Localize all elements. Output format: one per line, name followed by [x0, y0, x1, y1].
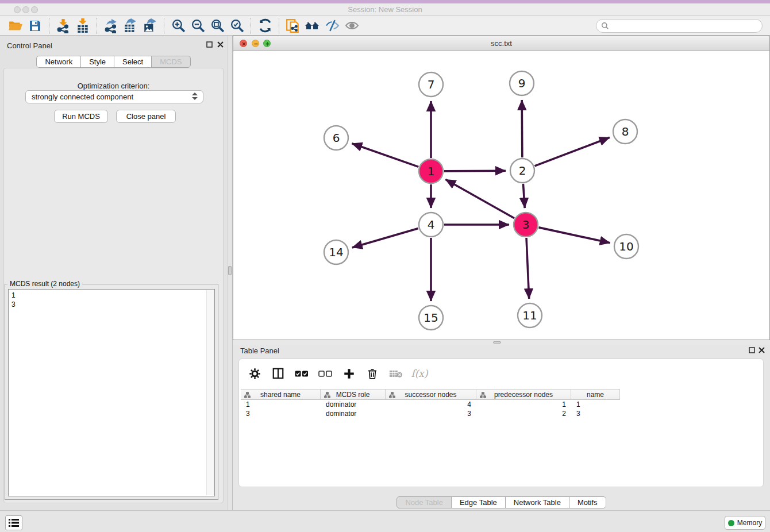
graph-edge-3-1[interactable]	[445, 179, 514, 218]
search-text-field[interactable]	[612, 22, 756, 30]
show-panels-icon[interactable]	[342, 17, 361, 34]
cell-predecessor-nodes[interactable]: 1	[476, 400, 571, 409]
tab-style[interactable]: Style	[80, 56, 114, 68]
delete-column-icon[interactable]	[365, 366, 380, 381]
column-type-icon	[389, 392, 395, 398]
graph-edge-4-14[interactable]	[352, 228, 418, 247]
graph-node-1[interactable]: 1	[419, 159, 443, 183]
run-mcds-button[interactable]: Run MCDS	[54, 110, 108, 123]
cyndex-icon[interactable]	[303, 17, 322, 34]
cell-shared-name[interactable]: 1	[241, 400, 321, 409]
import-table-icon[interactable]	[73, 17, 93, 34]
network-window-titlebar[interactable]: scc.txt	[233, 36, 769, 51]
graph-node-label: 2	[519, 164, 526, 178]
column-visibility-icon[interactable]	[271, 366, 286, 381]
table-row[interactable]: 1 dominator 4 1 1	[241, 400, 761, 409]
graph-node-9[interactable]: 9	[510, 71, 534, 95]
tab-motifs[interactable]: Motifs	[569, 496, 606, 508]
graph-edge-2-8[interactable]	[535, 137, 610, 166]
graph-edge-1-6[interactable]	[352, 144, 418, 167]
mcds-result-title: MCDS result (2 nodes)	[7, 280, 82, 288]
close-panel-icon[interactable]	[217, 41, 225, 49]
memory-button[interactable]: Memory	[725, 516, 765, 530]
import-network-icon[interactable]	[53, 17, 73, 34]
vertical-split-divider[interactable]	[227, 36, 233, 510]
application-window: Session: New Session	[0, 0, 770, 532]
table-settings-gear-icon[interactable]	[247, 366, 262, 381]
close-panel-icon[interactable]	[759, 347, 766, 354]
column-header-predecessor-nodes[interactable]: predecessor nodes	[476, 389, 571, 400]
tab-edge-table[interactable]: Edge Table	[451, 496, 506, 508]
save-session-icon[interactable]	[25, 17, 45, 34]
cell-successor-nodes[interactable]: 3	[386, 409, 476, 418]
export-table-icon[interactable]	[121, 17, 140, 34]
cell-name[interactable]: 1	[571, 400, 620, 409]
graph-edge-2-9[interactable]	[522, 100, 522, 157]
network-window-title: scc.txt	[233, 39, 769, 48]
graph-node-4[interactable]: 4	[419, 213, 443, 237]
close-panel-button[interactable]: Close panel	[116, 110, 176, 123]
zoom-selected-icon[interactable]	[227, 17, 247, 34]
graph-node-7[interactable]: 7	[419, 72, 443, 97]
cell-mcds-role[interactable]: dominator	[321, 400, 386, 409]
cell-mcds-role[interactable]: dominator	[321, 409, 386, 418]
open-file-icon[interactable]	[6, 17, 25, 34]
tab-mcds[interactable]: MCDS	[151, 56, 190, 68]
cell-successor-nodes[interactable]: 4	[386, 400, 476, 409]
graph-edge-3-11[interactable]	[526, 238, 529, 299]
cell-shared-name[interactable]: 3	[241, 409, 321, 418]
optimization-criterion-label: Optimization criterion:	[0, 82, 227, 90]
export-network-icon[interactable]	[101, 17, 121, 34]
zoom-fit-icon[interactable]	[207, 17, 227, 34]
graph-node-3[interactable]: 3	[514, 213, 538, 237]
graph-node-15[interactable]: 15	[419, 306, 443, 330]
clone-network-icon[interactable]	[283, 17, 303, 34]
float-panel-icon[interactable]	[749, 347, 756, 354]
tab-network[interactable]: Network	[36, 56, 81, 68]
network-graph[interactable]: 1234678910111415	[233, 51, 769, 340]
cell-name[interactable]: 3	[571, 409, 620, 418]
result-scrollbar[interactable]	[206, 290, 214, 495]
tab-select[interactable]: Select	[114, 56, 152, 68]
graph-node-6[interactable]: 6	[324, 126, 348, 150]
zoom-out-icon[interactable]	[188, 17, 207, 34]
graph-node-10[interactable]: 10	[614, 234, 638, 259]
criterion-select[interactable]: strongly connected component	[25, 90, 203, 103]
graph-edge-2-3[interactable]	[523, 184, 525, 208]
table-panel: Table Panel	[233, 345, 770, 510]
table-row[interactable]: 3 dominator 3 2 3	[241, 409, 761, 418]
export-image-icon[interactable]	[140, 17, 160, 34]
network-canvas[interactable]: 1234678910111415	[233, 51, 769, 340]
graph-node-14[interactable]: 14	[324, 240, 348, 264]
hide-panels-icon[interactable]	[322, 17, 342, 34]
column-header-successor-nodes[interactable]: successor nodes	[386, 389, 476, 400]
control-panel-title: Control Panel	[7, 41, 52, 50]
tab-node-table[interactable]: Node Table	[396, 496, 452, 508]
column-header-name[interactable]: name	[571, 389, 620, 400]
column-header-shared-name[interactable]: shared name	[241, 389, 321, 400]
refresh-icon[interactable]	[255, 17, 275, 34]
float-panel-icon[interactable]	[206, 41, 214, 49]
divider-handle[interactable]	[493, 341, 501, 344]
delete-table-icon-disabled	[388, 366, 403, 381]
deselect-all-rows-icon[interactable]	[318, 366, 333, 381]
mcds-result-textarea[interactable]: 1 3	[8, 289, 215, 496]
add-column-icon[interactable]	[341, 366, 356, 381]
select-all-rows-icon[interactable]	[294, 366, 309, 381]
toolbar-separator	[49, 18, 49, 34]
graph-edge-3-10[interactable]	[538, 228, 610, 243]
graph-node-8[interactable]: 8	[613, 119, 637, 144]
column-header-mcds-role[interactable]: MCDS role	[321, 389, 386, 400]
tab-network-table[interactable]: Network Table	[505, 496, 569, 508]
graph-node-2[interactable]: 2	[510, 159, 534, 183]
graph-edge-1-2[interactable]	[444, 171, 506, 171]
task-history-button[interactable]	[5, 515, 22, 530]
criterion-selected-value: strongly connected component	[32, 92, 133, 101]
zoom-in-icon[interactable]	[168, 17, 188, 34]
graph-node-11[interactable]: 11	[518, 303, 542, 327]
divider-handle[interactable]	[228, 266, 232, 275]
search-input[interactable]	[596, 19, 763, 33]
cell-predecessor-nodes[interactable]: 2	[476, 409, 571, 418]
graph-node-label: 10	[619, 240, 633, 253]
horizontal-split-divider[interactable]	[233, 340, 770, 345]
